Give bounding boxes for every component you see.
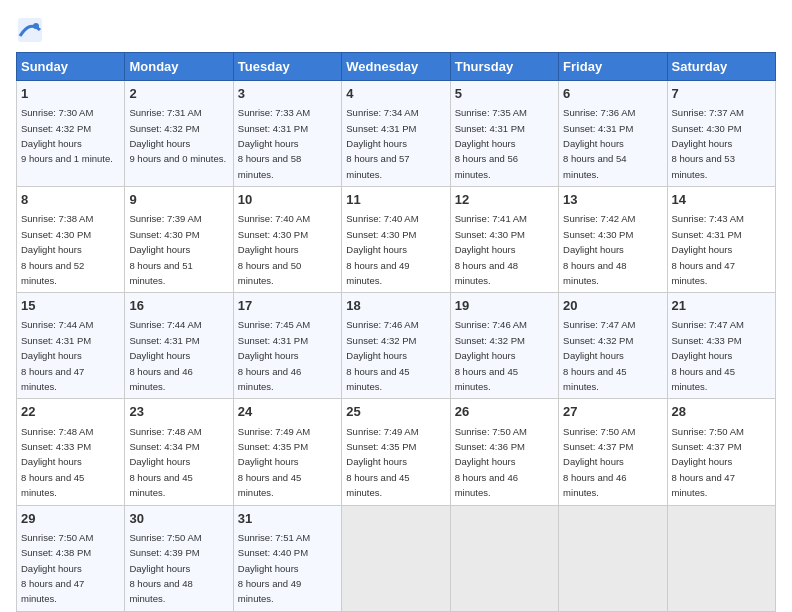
day-number: 18 — [346, 297, 445, 315]
day-number: 27 — [563, 403, 662, 421]
calendar-cell: 25 Sunrise: 7:49 AMSunset: 4:35 PMDaylig… — [342, 399, 450, 505]
calendar-cell: 4 Sunrise: 7:34 AMSunset: 4:31 PMDayligh… — [342, 81, 450, 187]
day-number: 12 — [455, 191, 554, 209]
day-info: Sunrise: 7:50 AMSunset: 4:39 PMDaylight … — [129, 532, 201, 605]
column-header-monday: Monday — [125, 53, 233, 81]
calendar-cell — [342, 505, 450, 611]
day-info: Sunrise: 7:48 AMSunset: 4:34 PMDaylight … — [129, 426, 201, 499]
calendar-cell: 2 Sunrise: 7:31 AMSunset: 4:32 PMDayligh… — [125, 81, 233, 187]
day-number: 28 — [672, 403, 771, 421]
day-number: 4 — [346, 85, 445, 103]
calendar-header: SundayMondayTuesdayWednesdayThursdayFrid… — [17, 53, 776, 81]
calendar-body: 1 Sunrise: 7:30 AMSunset: 4:32 PMDayligh… — [17, 81, 776, 612]
calendar-cell: 22 Sunrise: 7:48 AMSunset: 4:33 PMDaylig… — [17, 399, 125, 505]
day-info: Sunrise: 7:49 AMSunset: 4:35 PMDaylight … — [238, 426, 310, 499]
calendar-cell: 24 Sunrise: 7:49 AMSunset: 4:35 PMDaylig… — [233, 399, 341, 505]
day-info: Sunrise: 7:45 AMSunset: 4:31 PMDaylight … — [238, 319, 310, 392]
column-header-saturday: Saturday — [667, 53, 775, 81]
day-info: Sunrise: 7:40 AMSunset: 4:30 PMDaylight … — [238, 213, 310, 286]
day-number: 22 — [21, 403, 120, 421]
day-number: 14 — [672, 191, 771, 209]
logo-icon — [16, 16, 44, 44]
day-number: 21 — [672, 297, 771, 315]
calendar-cell — [667, 505, 775, 611]
calendar-cell: 18 Sunrise: 7:46 AMSunset: 4:32 PMDaylig… — [342, 293, 450, 399]
calendar-cell: 17 Sunrise: 7:45 AMSunset: 4:31 PMDaylig… — [233, 293, 341, 399]
day-info: Sunrise: 7:43 AMSunset: 4:31 PMDaylight … — [672, 213, 744, 286]
day-info: Sunrise: 7:39 AMSunset: 4:30 PMDaylight … — [129, 213, 201, 286]
column-header-wednesday: Wednesday — [342, 53, 450, 81]
calendar-cell: 19 Sunrise: 7:46 AMSunset: 4:32 PMDaylig… — [450, 293, 558, 399]
day-info: Sunrise: 7:44 AMSunset: 4:31 PMDaylight … — [129, 319, 201, 392]
page-header — [16, 16, 776, 44]
calendar-cell — [450, 505, 558, 611]
calendar-cell: 14 Sunrise: 7:43 AMSunset: 4:31 PMDaylig… — [667, 187, 775, 293]
day-info: Sunrise: 7:44 AMSunset: 4:31 PMDaylight … — [21, 319, 93, 392]
calendar-header-row: SundayMondayTuesdayWednesdayThursdayFrid… — [17, 53, 776, 81]
day-number: 31 — [238, 510, 337, 528]
calendar-cell: 31 Sunrise: 7:51 AMSunset: 4:40 PMDaylig… — [233, 505, 341, 611]
calendar-week-5: 29 Sunrise: 7:50 AMSunset: 4:38 PMDaylig… — [17, 505, 776, 611]
day-info: Sunrise: 7:51 AMSunset: 4:40 PMDaylight … — [238, 532, 310, 605]
day-info: Sunrise: 7:46 AMSunset: 4:32 PMDaylight … — [346, 319, 418, 392]
calendar-cell: 10 Sunrise: 7:40 AMSunset: 4:30 PMDaylig… — [233, 187, 341, 293]
day-number: 1 — [21, 85, 120, 103]
day-info: Sunrise: 7:50 AMSunset: 4:37 PMDaylight … — [672, 426, 744, 499]
day-info: Sunrise: 7:33 AMSunset: 4:31 PMDaylight … — [238, 107, 310, 180]
day-info: Sunrise: 7:48 AMSunset: 4:33 PMDaylight … — [21, 426, 93, 499]
calendar-cell: 21 Sunrise: 7:47 AMSunset: 4:33 PMDaylig… — [667, 293, 775, 399]
day-number: 3 — [238, 85, 337, 103]
day-info: Sunrise: 7:40 AMSunset: 4:30 PMDaylight … — [346, 213, 418, 286]
day-info: Sunrise: 7:30 AMSunset: 4:32 PMDaylight … — [21, 107, 113, 164]
day-number: 2 — [129, 85, 228, 103]
calendar-cell: 16 Sunrise: 7:44 AMSunset: 4:31 PMDaylig… — [125, 293, 233, 399]
logo — [16, 16, 48, 44]
calendar-cell: 6 Sunrise: 7:36 AMSunset: 4:31 PMDayligh… — [559, 81, 667, 187]
calendar-week-3: 15 Sunrise: 7:44 AMSunset: 4:31 PMDaylig… — [17, 293, 776, 399]
calendar-cell: 27 Sunrise: 7:50 AMSunset: 4:37 PMDaylig… — [559, 399, 667, 505]
calendar-week-2: 8 Sunrise: 7:38 AMSunset: 4:30 PMDayligh… — [17, 187, 776, 293]
calendar-cell: 15 Sunrise: 7:44 AMSunset: 4:31 PMDaylig… — [17, 293, 125, 399]
day-number: 23 — [129, 403, 228, 421]
day-number: 11 — [346, 191, 445, 209]
day-info: Sunrise: 7:47 AMSunset: 4:33 PMDaylight … — [672, 319, 744, 392]
column-header-sunday: Sunday — [17, 53, 125, 81]
day-info: Sunrise: 7:47 AMSunset: 4:32 PMDaylight … — [563, 319, 635, 392]
calendar-table: SundayMondayTuesdayWednesdayThursdayFrid… — [16, 52, 776, 612]
day-info: Sunrise: 7:49 AMSunset: 4:35 PMDaylight … — [346, 426, 418, 499]
calendar-cell: 20 Sunrise: 7:47 AMSunset: 4:32 PMDaylig… — [559, 293, 667, 399]
day-info: Sunrise: 7:42 AMSunset: 4:30 PMDaylight … — [563, 213, 635, 286]
calendar-cell: 28 Sunrise: 7:50 AMSunset: 4:37 PMDaylig… — [667, 399, 775, 505]
calendar-cell: 3 Sunrise: 7:33 AMSunset: 4:31 PMDayligh… — [233, 81, 341, 187]
calendar-cell: 29 Sunrise: 7:50 AMSunset: 4:38 PMDaylig… — [17, 505, 125, 611]
day-number: 29 — [21, 510, 120, 528]
day-info: Sunrise: 7:35 AMSunset: 4:31 PMDaylight … — [455, 107, 527, 180]
day-info: Sunrise: 7:34 AMSunset: 4:31 PMDaylight … — [346, 107, 418, 180]
calendar-cell: 26 Sunrise: 7:50 AMSunset: 4:36 PMDaylig… — [450, 399, 558, 505]
day-info: Sunrise: 7:36 AMSunset: 4:31 PMDaylight … — [563, 107, 635, 180]
svg-point-1 — [33, 23, 39, 29]
day-number: 16 — [129, 297, 228, 315]
calendar-cell: 5 Sunrise: 7:35 AMSunset: 4:31 PMDayligh… — [450, 81, 558, 187]
day-number: 17 — [238, 297, 337, 315]
day-info: Sunrise: 7:50 AMSunset: 4:38 PMDaylight … — [21, 532, 93, 605]
calendar-cell: 13 Sunrise: 7:42 AMSunset: 4:30 PMDaylig… — [559, 187, 667, 293]
calendar-cell: 12 Sunrise: 7:41 AMSunset: 4:30 PMDaylig… — [450, 187, 558, 293]
day-number: 19 — [455, 297, 554, 315]
day-info: Sunrise: 7:50 AMSunset: 4:37 PMDaylight … — [563, 426, 635, 499]
calendar-week-4: 22 Sunrise: 7:48 AMSunset: 4:33 PMDaylig… — [17, 399, 776, 505]
calendar-week-1: 1 Sunrise: 7:30 AMSunset: 4:32 PMDayligh… — [17, 81, 776, 187]
day-number: 26 — [455, 403, 554, 421]
day-number: 13 — [563, 191, 662, 209]
day-info: Sunrise: 7:41 AMSunset: 4:30 PMDaylight … — [455, 213, 527, 286]
day-number: 30 — [129, 510, 228, 528]
day-info: Sunrise: 7:50 AMSunset: 4:36 PMDaylight … — [455, 426, 527, 499]
column-header-thursday: Thursday — [450, 53, 558, 81]
day-number: 6 — [563, 85, 662, 103]
calendar-cell — [559, 505, 667, 611]
day-number: 10 — [238, 191, 337, 209]
day-info: Sunrise: 7:37 AMSunset: 4:30 PMDaylight … — [672, 107, 744, 180]
column-header-tuesday: Tuesday — [233, 53, 341, 81]
day-number: 7 — [672, 85, 771, 103]
day-info: Sunrise: 7:31 AMSunset: 4:32 PMDaylight … — [129, 107, 226, 164]
